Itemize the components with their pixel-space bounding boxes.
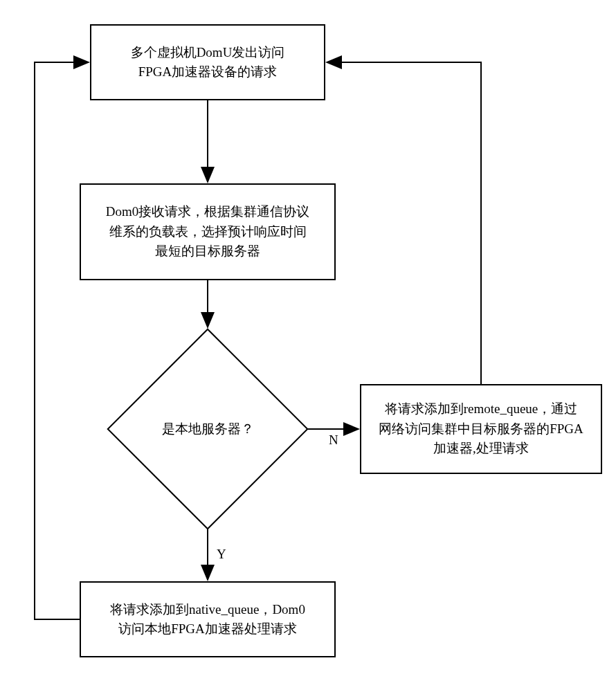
node-native-text: 将请求添加到native_queue，Dom0访问本地FPGA加速器处理请求 xyxy=(110,600,305,639)
node-start: 多个虚拟机DomU发出访问FPGA加速器设备的请求 xyxy=(90,24,325,100)
edge-label-no: N xyxy=(329,432,338,448)
node-select: Dom0接收请求，根据集群通信协议维系的负载表，选择预计响应时间最短的目标服务器 xyxy=(80,183,336,280)
node-select-text: Dom0接收请求，根据集群通信协议维系的负载表，选择预计响应时间最短的目标服务器 xyxy=(106,202,310,262)
node-decision-text: 是本地服务器？ xyxy=(162,419,254,439)
node-start-text: 多个虚拟机DomU发出访问FPGA加速器设备的请求 xyxy=(131,43,285,82)
node-remote-text: 将请求添加到remote_queue，通过网络访问集群中目标服务器的FPGA加速… xyxy=(379,399,583,459)
node-remote: 将请求添加到remote_queue，通过网络访问集群中目标服务器的FPGA加速… xyxy=(360,384,602,474)
node-native: 将请求添加到native_queue，Dom0访问本地FPGA加速器处理请求 xyxy=(80,581,336,657)
edge-label-yes: Y xyxy=(217,547,226,562)
node-decision-label-wrap: 是本地服务器？ xyxy=(107,329,308,529)
